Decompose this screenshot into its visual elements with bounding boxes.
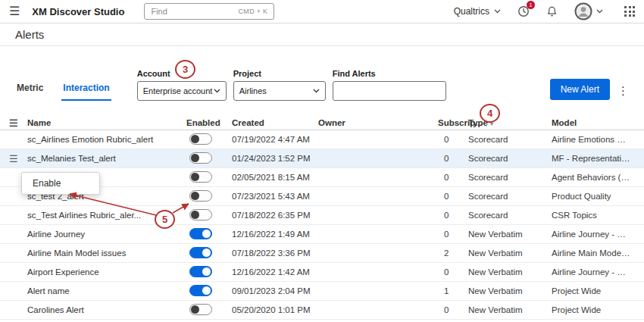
- enabled-toggle[interactable]: [189, 190, 212, 202]
- chevron-down-icon: [313, 89, 320, 93]
- enabled-toggle[interactable]: [189, 209, 212, 220]
- cell-type: Scorecard: [468, 211, 552, 220]
- cell-subscribers: 0: [438, 267, 468, 277]
- project-selected-value: Airlines: [239, 86, 267, 95]
- cell-created: 09/01/2023 2:04 PM: [232, 286, 318, 295]
- table-row[interactable]: ☰ sc_Test Airlines Rubric_aler... 07/18/…: [0, 206, 644, 225]
- find-alerts-field: Find Alerts: [333, 69, 446, 101]
- table-body: ☰ sc_Airlines Emotion Rubric_alert 07/19…: [0, 130, 644, 320]
- cell-type: New Verbatim: [468, 305, 552, 314]
- table-row[interactable]: ☰ Alert name 09/01/2023 2:04 PM 1 New Ve…: [0, 282, 644, 301]
- more-options-icon[interactable]: ⋮: [610, 84, 633, 101]
- chevron-down-icon: [596, 9, 603, 14]
- table-row[interactable]: ☰ sc_Airlines Emotion Rubric_alert 07/19…: [0, 130, 644, 149]
- enabled-toggle[interactable]: [189, 228, 212, 239]
- project-field: Project Airlines: [233, 69, 326, 101]
- account-select[interactable]: Enterprise account: [137, 81, 227, 101]
- new-alert-button[interactable]: New Alert: [550, 79, 610, 100]
- table-row[interactable]: ☰ Airline Journey 12/16/2022 1:49 AM 0 N…: [0, 225, 644, 244]
- col-header-type[interactable]: Type▾: [468, 118, 552, 127]
- cell-subscribers: 2: [438, 249, 468, 258]
- table-settings-icon[interactable]: ☰: [9, 117, 27, 129]
- qualtrics-menu[interactable]: Qualtrics: [454, 6, 501, 17]
- col-header-model[interactable]: Model: [552, 118, 635, 127]
- cell-created: 12/16/2022 1:49 AM: [232, 230, 318, 239]
- cell-subscribers: 0: [438, 192, 468, 201]
- col-header-created[interactable]: Created: [232, 118, 318, 127]
- notifications-button[interactable]: [546, 5, 558, 17]
- cell-type: Scorecard: [468, 192, 552, 201]
- cell-subscribers: 1: [438, 286, 468, 295]
- col-header-owner[interactable]: Owner: [318, 118, 438, 127]
- cell-created: 07/23/2021 5:43 AM: [232, 192, 318, 201]
- enabled-toggle[interactable]: [189, 266, 212, 277]
- avatar: [574, 2, 592, 20]
- enabled-toggle[interactable]: [189, 247, 212, 258]
- context-menu-item-enable[interactable]: Enable: [22, 173, 99, 194]
- cell-created: 07/18/2022 3:36 PM: [232, 249, 318, 258]
- app-title: XM Discover Studio: [32, 6, 124, 17]
- table-row[interactable]: ☰ Carolines Alert 05/20/2020 1:01 PM 0 N…: [0, 301, 644, 320]
- cell-type: Scorecard: [468, 135, 552, 144]
- table-row[interactable]: ☰ sc_Melanies Test_alert 01/24/2023 1:52…: [0, 149, 644, 168]
- tab-metric[interactable]: Metric: [15, 83, 45, 101]
- cell-enabled: [186, 247, 232, 260]
- global-search-input[interactable]: Find CMD + K: [144, 3, 274, 20]
- app-grid-icon[interactable]: [624, 6, 635, 17]
- toggle-knob: [191, 135, 199, 143]
- cell-subscribers: 0: [438, 154, 468, 163]
- toggle-knob: [202, 267, 211, 276]
- account-menu[interactable]: [574, 2, 603, 20]
- cell-enabled: [186, 228, 232, 241]
- cell-created: 07/19/2022 4:47 AM: [232, 135, 318, 144]
- row-context-menu: Enable: [21, 172, 100, 195]
- toggle-knob: [202, 286, 211, 295]
- col-header-enabled[interactable]: Enabled: [186, 118, 232, 127]
- alerts-table: ☰ Name Enabled Created Owner Subscrip...…: [0, 116, 644, 320]
- cell-enabled: [186, 266, 232, 279]
- cell-created: 07/18/2022 6:35 PM: [232, 211, 318, 220]
- cell-created: 02/05/2021 8:15 AM: [232, 173, 318, 182]
- cell-name: Carolines Alert: [27, 305, 186, 314]
- cell-model: Product Quality: [552, 192, 635, 201]
- filter-bar: Metric Interaction Account Enterprise ac…: [0, 46, 644, 101]
- notification-badge: 1: [527, 1, 535, 9]
- annotation-circle-3: 3: [175, 60, 195, 79]
- cell-model: Airline Emotions Rubric: [552, 135, 635, 144]
- history-button[interactable]: 1: [517, 5, 530, 17]
- cell-name: sc_Melanies Test_alert: [27, 154, 186, 163]
- tab-interaction[interactable]: Interaction: [61, 83, 111, 101]
- cell-type: New Verbatim: [468, 286, 552, 295]
- qualtrics-menu-label: Qualtrics: [454, 6, 489, 17]
- cell-type: Scorecard: [468, 154, 552, 163]
- cell-name: Alert name: [27, 286, 186, 295]
- row-drag-icon[interactable]: ☰: [9, 153, 27, 164]
- cell-name: Airport Experience: [27, 267, 186, 277]
- project-select[interactable]: Airlines: [233, 81, 326, 101]
- enabled-toggle[interactable]: [189, 133, 212, 145]
- cell-subscribers: 0: [438, 211, 468, 220]
- table-row[interactable]: ☰ Airline Main Model issues 07/18/2022 3…: [0, 244, 644, 263]
- cell-name: sc_Airlines Emotion Rubric_alert: [27, 135, 186, 144]
- enabled-toggle[interactable]: [189, 285, 212, 296]
- cell-enabled: [186, 133, 232, 146]
- toggle-knob: [191, 211, 199, 219]
- find-alerts-input[interactable]: [333, 81, 446, 101]
- col-header-name[interactable]: Name: [27, 118, 186, 127]
- account-selected-value: Enterprise account: [143, 86, 213, 95]
- cell-model: Airline Journey - English: [552, 230, 635, 239]
- cell-model: Airline Journey - English: [552, 267, 635, 277]
- cell-name: Airline Journey: [27, 230, 186, 239]
- table-row[interactable]: ☰ Airport Experience 12/16/2022 1:42 AM …: [0, 263, 644, 282]
- hamburger-menu-icon[interactable]: ☰: [9, 5, 20, 17]
- enabled-toggle[interactable]: [189, 152, 212, 164]
- enabled-toggle[interactable]: [189, 304, 212, 315]
- annotation-circle-4: 4: [480, 104, 500, 123]
- col-header-subscribers[interactable]: Subscrip...: [438, 118, 468, 127]
- cell-model: Project Wide: [552, 305, 635, 314]
- cell-model: CSR Topics: [552, 211, 635, 220]
- cell-subscribers: 0: [438, 135, 468, 144]
- enabled-toggle[interactable]: [189, 171, 212, 183]
- table-header: ☰ Name Enabled Created Owner Subscrip...…: [0, 116, 644, 130]
- toggle-knob: [202, 230, 211, 238]
